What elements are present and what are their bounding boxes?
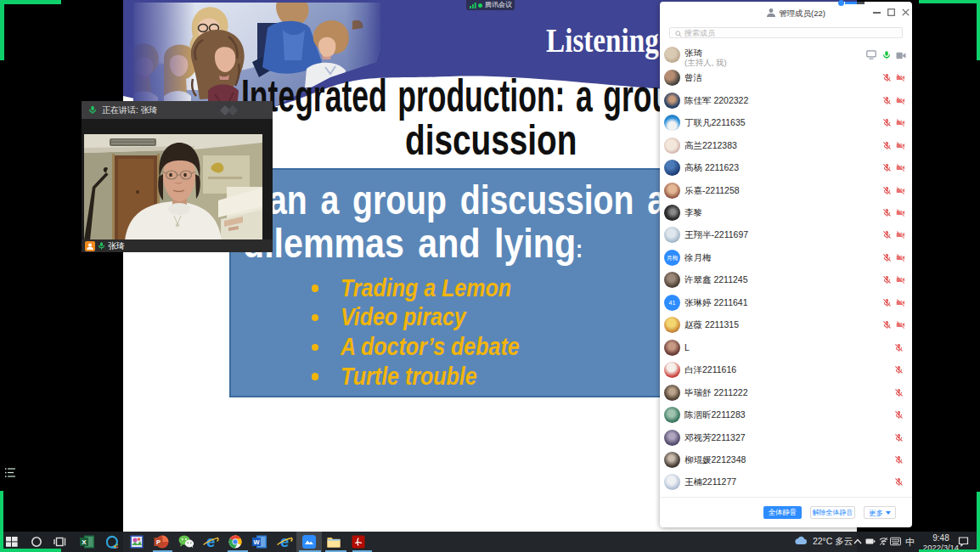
svg-text:X: X	[82, 538, 87, 546]
svg-text:W: W	[253, 538, 260, 546]
svg-text:P: P	[155, 538, 160, 546]
